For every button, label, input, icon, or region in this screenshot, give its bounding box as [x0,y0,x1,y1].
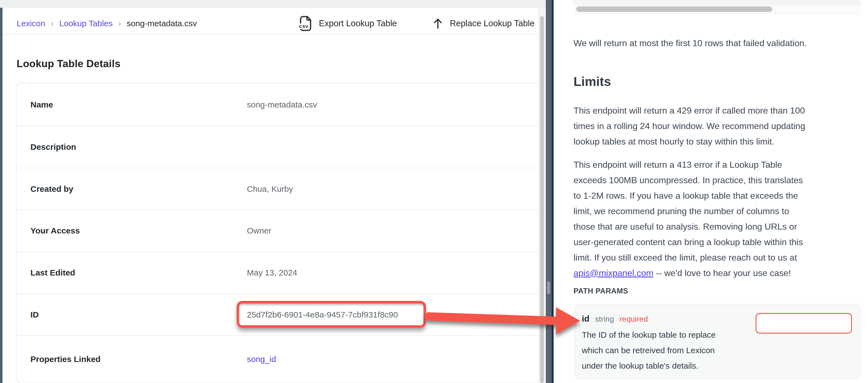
param-header-row: id string required [582,314,648,324]
lookup-table-details-card: Name song-metadata.csv Description Creat… [16,83,546,383]
param-name: id [582,314,590,324]
lexicon-header: Lexicon › Lookup Tables › song-metadata.… [2,8,546,35]
row-value: song-metadata.csv [247,100,317,109]
csv-file-icon: csv [299,15,313,32]
id-param-input[interactable] [755,313,852,334]
table-row-created-by: Created by Chua, Kurby [17,168,546,210]
page-title: Lookup Table Details [17,58,120,70]
right-window-edge [552,0,554,383]
breadcrumb-lookup-tables[interactable]: Lookup Tables [59,19,113,28]
row-value: Owner [247,226,271,236]
export-lookup-table-button[interactable]: csv Export Lookup Table [299,11,397,35]
table-row-properties-linked: Properties Linked song_id [17,336,546,383]
horizontal-scrollbar-thumb[interactable] [576,6,772,12]
param-description: The ID of the lookup table to replace wh… [582,327,716,374]
path-param-card: id string required The ID of the lookup … [575,304,861,379]
api-docs-window: We will return at most the first 10 rows… [554,0,868,383]
breadcrumb-current-file: song-metadata.csv [127,19,197,28]
table-row-name: Name song-metadata.csv [17,83,546,126]
window-divider-strip [546,0,552,383]
row-label: Last Edited [30,268,247,277]
code-block-bottom [574,0,861,4]
row-label: Created by [30,184,247,194]
param-required-badge: required [619,315,648,323]
row-value: Chua, Kurby [247,184,293,194]
svg-text:csv: csv [299,24,309,30]
export-button-label: Export Lookup Table [319,19,397,29]
replace-lookup-table-button[interactable]: Replace Lookup Table [432,11,534,35]
row-label: ID [30,310,247,319]
sidebar-edge-strip [0,8,2,383]
left-window-scrollbar-thumb[interactable] [540,16,544,383]
replace-button-label: Replace Lookup Table [450,19,534,29]
left-window-scrollbar-track[interactable] [538,8,546,383]
paragraph-text: -- we'd love to hear your use case! [653,268,791,278]
lookup-table-id-value: 25d7f2b6-6901-4e8a-9457-7cbf931f8c90 [247,310,398,319]
row-label: Description [30,142,247,152]
up-arrow-icon [432,17,444,30]
breadcrumb-separator-icon: › [51,18,54,29]
apis-email-link[interactable]: apis@mixpanel.com [574,268,653,278]
limits-paragraph-429: This endpoint will return a 429 error if… [574,103,863,149]
horizontal-scrollbar-track[interactable] [574,4,861,14]
table-row-description: Description [17,126,546,168]
paragraph-text: This endpoint will return a 413 error if… [574,160,803,263]
validation-note-text: We will return at most the first 10 rows… [574,35,863,51]
path-params-heading: PATH PARAMS [574,287,628,295]
row-value: May 13, 2024 [247,268,297,277]
divider-scrollbar-thumb [547,281,550,294]
row-label: Properties Linked [30,354,247,364]
param-type: string [595,315,614,323]
breadcrumb-lexicon[interactable]: Lexicon [17,19,45,28]
table-row-your-access: Your Access Owner [17,210,546,252]
table-row-last-edited: Last Edited May 13, 2024 [17,252,546,294]
limits-heading: Limits [574,74,611,89]
breadcrumb-separator-icon: › [118,18,121,29]
row-label: Your Access [30,226,247,236]
limits-paragraph-413: This endpoint will return a 413 error if… [574,157,863,281]
table-row-id: ID 25d7f2b6-6901-4e8a-9457-7cbf931f8c90 [17,294,546,336]
row-label: Name [30,100,247,109]
breadcrumb: Lexicon › Lookup Tables › song-metadata.… [17,11,197,35]
lexicon-window: Lexicon › Lookup Tables › song-metadata.… [2,8,546,383]
linked-property-link[interactable]: song_id [247,354,276,364]
